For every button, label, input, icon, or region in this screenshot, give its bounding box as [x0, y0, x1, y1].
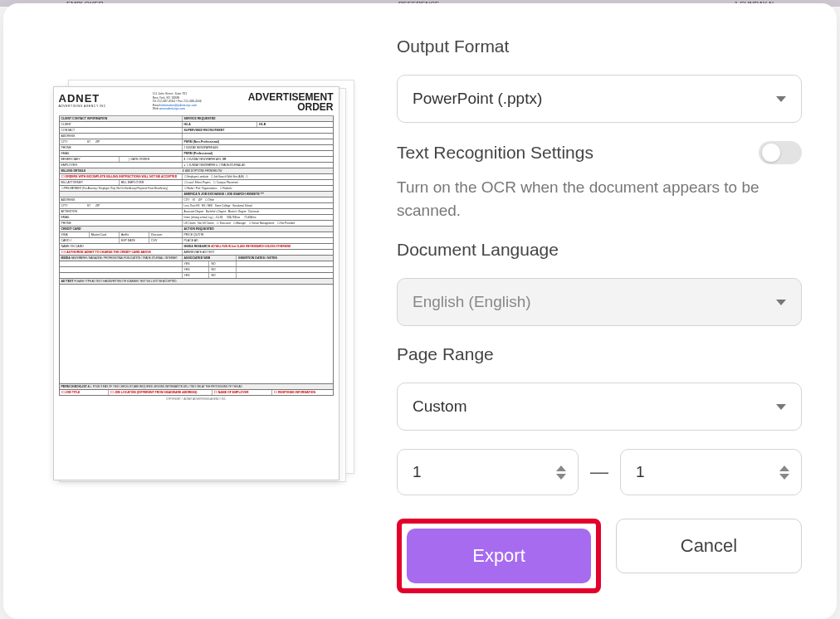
page-range-label: Page Range [397, 344, 802, 364]
document-preview: ADNET ADVERTISING AGENCY INC 111 John St… [38, 37, 354, 594]
chevron-down-icon [776, 96, 786, 102]
preview-logo-sub: ADVERTISING AGENCY INC [59, 105, 106, 108]
output-format-value: PowerPoint (.pptx) [413, 90, 542, 108]
preview-title: ADVERTISEMENT ORDER [248, 92, 334, 112]
page-preview: ADNET ADVERTISING AGENCY INC 111 John St… [53, 86, 339, 480]
cancel-button[interactable]: Cancel [616, 519, 802, 573]
page-from-value: 1 [413, 463, 422, 481]
page-from-stepper [556, 465, 566, 480]
export-highlight-box: Export [397, 519, 601, 593]
ocr-settings-label: Text Recognition Settings [397, 143, 593, 163]
preview-logo: ADNET [59, 92, 106, 105]
document-language-label: Document Language [397, 240, 802, 260]
ocr-toggle[interactable] [759, 141, 802, 164]
export-button[interactable]: Export [407, 529, 591, 583]
preview-address: 111 John Street, Suite 701 New York, NY … [153, 92, 202, 112]
export-settings-panel: Output Format PowerPoint (.pptx) Text Re… [397, 37, 802, 594]
page-from-input[interactable]: 1 [397, 449, 579, 495]
page-to-stepper [779, 465, 789, 480]
chevron-down-icon [776, 404, 786, 410]
output-format-label: Output Format [397, 37, 802, 56]
chevron-down-icon[interactable] [556, 474, 566, 480]
toggle-knob [762, 144, 780, 162]
chevron-up-icon[interactable] [556, 465, 566, 471]
page-range-select[interactable]: Custom [397, 383, 802, 431]
export-modal: ADNET ADVERTISING AGENCY INC 111 John St… [3, 3, 837, 619]
chevron-down-icon[interactable] [779, 474, 789, 480]
ocr-description: Turn on the OCR when the document appear… [397, 176, 802, 222]
document-language-select: English (English) [397, 278, 802, 326]
page-to-value: 1 [636, 463, 645, 481]
page-range-value: Custom [413, 397, 466, 416]
document-language-value: English (English) [413, 293, 531, 311]
chevron-down-icon [776, 300, 786, 305]
chevron-up-icon[interactable] [779, 465, 789, 471]
output-format-select[interactable]: PowerPoint (.pptx) [397, 75, 802, 123]
range-separator: — [590, 461, 608, 483]
page-to-input[interactable]: 1 [620, 449, 802, 495]
